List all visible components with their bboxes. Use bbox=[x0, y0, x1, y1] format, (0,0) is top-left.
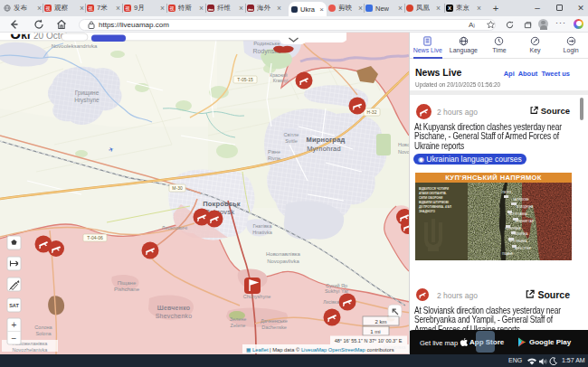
svg-text:ЗНАДНОГО: ЗНАДНОГО bbox=[419, 210, 436, 213]
svg-text:Шевченко: Шевченко bbox=[157, 305, 190, 311]
svg-text:Dachenske: Dachenske bbox=[261, 325, 287, 330]
svg-text:+: + bbox=[12, 320, 17, 330]
svg-text:Солона: Солона bbox=[34, 325, 52, 330]
svg-text:Rivne: Rivne bbox=[268, 155, 280, 161]
svg-text:2 km: 2 km bbox=[375, 319, 386, 325]
svg-text:ЗАГРИЗОВЕ: ЗАГРИЗОВЕ bbox=[513, 198, 529, 202]
svg-text:Зелене: Зелене bbox=[230, 316, 247, 322]
svg-text:Світле: Світле bbox=[284, 132, 299, 137]
svg-text:Мирноград: Мирноград bbox=[307, 136, 346, 144]
svg-text:Покровськ: Покровськ bbox=[203, 200, 241, 208]
svg-text:ДІЇ ПРОТИВНИКА. 4 БЛ: ДІЇ ПРОТИВНИКА. 4 БЛ bbox=[419, 205, 452, 209]
svg-text:Sukhyi Yar: Sukhyi Yar bbox=[325, 288, 348, 294]
svg-text:Novo: Novo bbox=[398, 149, 409, 155]
svg-text:Піщане: Піщане bbox=[118, 280, 137, 286]
svg-text:Krasnyi: Krasnyi bbox=[273, 78, 289, 83]
svg-text:ВІДБУЛОСЯ ЧОТИРИ: ВІДБУЛОСЯ ЧОТИРИ bbox=[419, 187, 450, 191]
svg-text:АТАКИ ОКУПАНТІВ.: АТАКИ ОКУПАНТІВ. bbox=[419, 192, 447, 195]
svg-text:КОЛОДЯЗНЕ: КОЛОДЯЗНЕ bbox=[517, 205, 533, 209]
svg-text:Рівне: Рівне bbox=[268, 149, 280, 155]
svg-text:Novopavlivka: Novopavlivka bbox=[267, 259, 299, 264]
svg-text:СИЛИ ОБОРОНИ: СИЛИ ОБОРОНИ bbox=[419, 196, 443, 200]
svg-text:Zelene: Zelene bbox=[231, 323, 246, 328]
svg-text:48° 16' 55.1" N 37° 10' 00.3": 48° 16' 55.1" N 37° 10' 00.3" E bbox=[335, 338, 403, 343]
svg-text:SAT: SAT bbox=[9, 303, 19, 308]
svg-text:Chunyshyne: Chunyshyne bbox=[243, 294, 271, 299]
svg-text:Svitle: Svitle bbox=[285, 138, 297, 144]
svg-text:Hnativka: Hnativka bbox=[252, 230, 272, 235]
svg-text:Ново: Ново bbox=[398, 142, 409, 147]
svg-text:Novozhelanivka: Novozhelanivka bbox=[13, 347, 49, 353]
svg-text:Shevchenko: Shevchenko bbox=[156, 313, 193, 319]
svg-text:1 mi: 1 mi bbox=[370, 329, 380, 334]
svg-text:Hryshyne: Hryshyne bbox=[74, 97, 100, 104]
svg-text:Н-32: Н-32 bbox=[367, 109, 377, 115]
svg-text:ВІДБИЛИ ШТУРМОВІ: ВІДБИЛИ ШТУРМОВІ bbox=[419, 201, 449, 204]
svg-text:−: − bbox=[12, 334, 17, 343]
svg-text:Дачненське: Дачненське bbox=[261, 318, 288, 324]
svg-text:Novooleksandrivka: Novooleksandrivka bbox=[52, 43, 98, 49]
svg-text:Т-04-06: Т-04-06 bbox=[87, 235, 103, 240]
svg-text:ПЕТРО: ПЕТРО bbox=[502, 191, 512, 194]
svg-text:Pishchane: Pishchane bbox=[114, 287, 140, 292]
svg-text:Леонтовичі: Леонтовичі bbox=[162, 225, 187, 231]
svg-text:ПІЩАНЕ: ПІЩАНЕ bbox=[502, 252, 513, 256]
svg-text:М-30: М-30 bbox=[172, 185, 183, 191]
svg-text:Solona: Solona bbox=[35, 331, 52, 336]
svg-text:Myrnohrad: Myrnohrad bbox=[307, 145, 341, 153]
svg-text:Родинське: Родинське bbox=[253, 41, 280, 46]
svg-text:Новопавлівка: Новопавлівка bbox=[266, 251, 301, 257]
svg-text:Гнатівка: Гнатівка bbox=[253, 223, 273, 229]
svg-text:Лисівка: Лисівка bbox=[323, 299, 339, 305]
svg-text:Т-05-15: Т-05-15 bbox=[237, 77, 253, 82]
svg-text:▦ Leaflet | Map data © LiveuaM: ▦ Leaflet | Map data © LiveuaMap OpenStr… bbox=[246, 347, 394, 353]
svg-text:БЕРЕСТОВЕ: БЕРЕСТОВЕ bbox=[515, 247, 531, 250]
svg-text:Грищине: Грищине bbox=[75, 89, 100, 97]
